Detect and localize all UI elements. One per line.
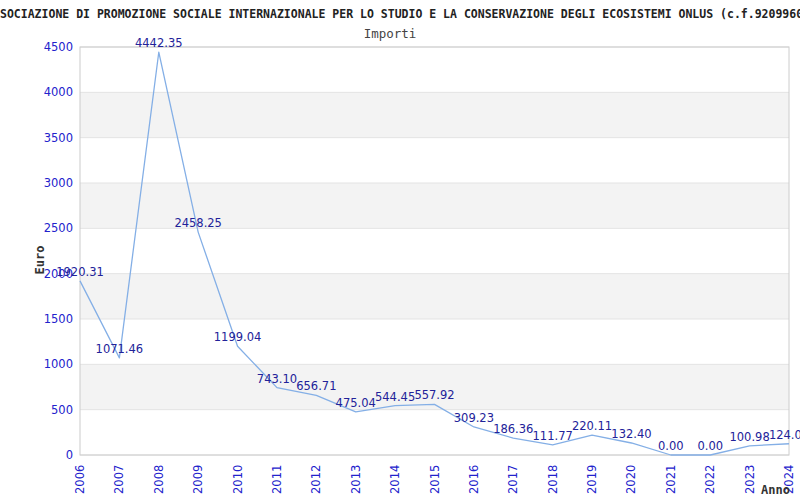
x-tick-label: 2013 [349,465,363,494]
x-tick-label: 2011 [270,465,284,494]
x-tick-label: 2023 [743,465,757,494]
background-band [80,47,789,92]
data-point-label: 544.45 [375,390,415,404]
data-point-label: 4442.35 [135,36,183,50]
data-point-label: 100.98 [729,430,769,444]
data-point-label: 1199.04 [214,330,262,344]
data-point-label: 1920.31 [56,265,104,279]
y-axis-title: Euro [33,246,47,275]
data-point-label: 1071.46 [96,342,144,356]
y-tick-label: 1500 [44,312,73,326]
y-tick-label: 3000 [44,176,73,190]
data-point-label: 111.77 [533,429,573,443]
x-tick-label: 2010 [231,465,245,494]
x-tick-label: 2008 [152,465,166,494]
y-tick-label: 0 [66,448,73,462]
x-tick-label: 2015 [428,465,442,494]
data-point-label: 475.04 [336,396,376,410]
x-tick-label: 2018 [546,465,560,494]
plot-area: 0500100015002000250030003500400045002006… [44,36,800,494]
background-band [80,92,789,137]
y-tick-label: 3500 [44,131,73,145]
y-tick-label: 1000 [44,357,73,371]
x-tick-label: 2014 [388,465,402,494]
x-tick-label: 2006 [73,465,87,494]
data-point-label: 2458.25 [174,216,222,230]
data-point-label: 124.06 [769,428,800,442]
x-tick-label: 2016 [467,465,481,494]
x-tick-label: 2007 [112,465,126,494]
data-point-label: 0.00 [697,439,723,453]
chart-title: Importi [364,26,417,41]
x-tick-label: 2020 [624,465,638,494]
y-tick-label: 4000 [44,85,73,99]
data-point-label: 0.00 [658,439,684,453]
importi-line-chart: 0500100015002000250030003500400045002006… [0,0,800,500]
x-tick-label: 2022 [703,465,717,494]
background-band [80,364,789,409]
x-tick-label: 2009 [191,465,205,494]
y-tick-label: 2500 [44,221,73,235]
y-tick-label: 4500 [44,40,73,54]
data-point-label: 186.36 [493,422,533,436]
background-band [80,228,789,273]
data-point-label: 743.10 [257,372,297,386]
data-point-label: 220.11 [572,419,612,433]
x-tick-label: 2021 [664,465,678,494]
x-tick-label: 2017 [506,465,520,494]
data-point-label: 309.23 [454,411,494,425]
data-point-label: 132.40 [611,427,651,441]
y-tick-label: 500 [51,403,73,417]
x-tick-label: 2012 [309,465,323,494]
data-point-label: 557.92 [414,388,454,402]
background-band [80,319,789,364]
background-band [80,274,789,319]
x-tick-label: 2019 [585,465,599,494]
data-point-label: 656.71 [296,379,336,393]
x-axis-title: Anno [761,483,790,497]
